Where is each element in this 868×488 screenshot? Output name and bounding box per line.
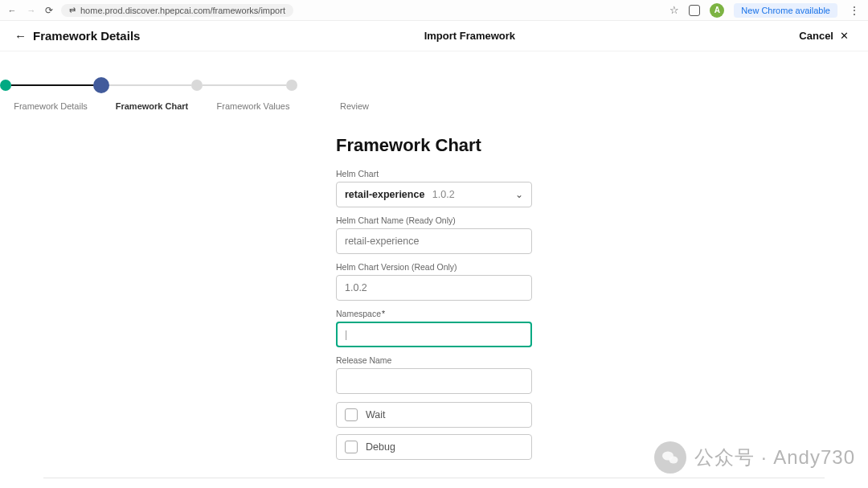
profile-avatar[interactable]: A	[710, 3, 724, 18]
helm-chart-label: Helm Chart	[336, 169, 532, 178]
step-label-3[interactable]: Framework Values	[203, 101, 304, 111]
wait-checkbox[interactable]	[345, 408, 358, 421]
browser-chrome: ← → ⟳ ⇄ home.prod.discover.hpepcai.com/f…	[0, 0, 868, 21]
helm-chart-selected-version: 1.0.2	[432, 189, 455, 200]
nav-forward-icon[interactable]: →	[26, 6, 37, 15]
step-label-4[interactable]: Review	[304, 101, 405, 111]
step-dot-4[interactable]	[286, 80, 297, 91]
step-connector-1	[11, 84, 95, 86]
helm-chart-name-input: retail-experience	[336, 228, 532, 254]
helm-chart-name-value: retail-experience	[345, 236, 419, 247]
helm-chart-selected-name: retail-experience	[345, 189, 424, 200]
cancel-button[interactable]: Cancel	[799, 30, 833, 42]
progress-stepper: Framework Details Framework Chart Framew…	[0, 79, 868, 111]
url-text: home.prod.discover.hpepcai.com/framework…	[80, 6, 285, 15]
nav-back-icon[interactable]: ←	[6, 6, 18, 15]
step-connector-2	[108, 84, 191, 86]
text-caret: |	[345, 329, 347, 340]
chrome-menu-icon[interactable]: ⋮	[847, 4, 862, 17]
step-dot-1[interactable]	[0, 80, 11, 91]
namespace-input[interactable]: |	[336, 322, 532, 347]
watermark-text: 公众号 · Andy730	[694, 445, 855, 470]
svg-point-0	[662, 452, 674, 461]
framework-chart-form: Framework Chart Helm Chart retail-experi…	[336, 135, 532, 460]
footer-divider	[43, 478, 825, 478]
debug-checkbox-label: Debug	[366, 441, 395, 453]
helm-chart-name-label: Helm Chart Name (Ready Only)	[336, 215, 532, 225]
wait-checkbox-row[interactable]: Wait	[336, 402, 532, 428]
chrome-update-button[interactable]: New Chrome available	[734, 3, 837, 18]
helm-chart-version-input: 1.0.2	[336, 275, 532, 301]
address-bar[interactable]: ⇄ home.prod.discover.hpepcai.com/framewo…	[61, 4, 293, 17]
step-label-2[interactable]: Framework Chart	[101, 101, 203, 111]
debug-checkbox-row[interactable]: Debug	[336, 434, 532, 460]
step-connector-3	[203, 84, 286, 86]
back-arrow-icon[interactable]: ←	[14, 29, 27, 43]
helm-chart-version-value: 1.0.2	[345, 282, 367, 293]
step-label-1[interactable]: Framework Details	[0, 101, 101, 111]
helm-chart-version-label: Helm Chart Version (Read Only)	[336, 262, 532, 272]
breadcrumb-title[interactable]: Framework Details	[33, 29, 140, 43]
release-name-input[interactable]	[336, 368, 532, 394]
form-title: Framework Chart	[336, 135, 532, 156]
page-header: ← Framework Details Import Framework Can…	[0, 21, 868, 51]
wait-checkbox-label: Wait	[366, 409, 386, 420]
namespace-label: Namespace	[336, 309, 532, 318]
release-name-label: Release Name	[336, 355, 532, 365]
debug-checkbox[interactable]	[345, 441, 358, 453]
step-dot-2[interactable]	[95, 79, 108, 92]
page-title: Import Framework	[424, 30, 515, 42]
helm-chart-select[interactable]: retail-experience 1.0.2 ⌄	[336, 182, 532, 207]
reload-icon[interactable]: ⟳	[45, 5, 53, 16]
chevron-down-icon: ⌄	[515, 189, 523, 200]
watermark: 公众号 · Andy730	[654, 441, 855, 474]
step-dot-3[interactable]	[191, 80, 203, 91]
close-icon[interactable]: ✕	[840, 30, 849, 42]
site-info-icon[interactable]: ⇄	[69, 6, 76, 14]
wechat-icon	[654, 441, 686, 474]
svg-point-1	[669, 457, 678, 464]
extensions-icon[interactable]	[689, 5, 700, 16]
bookmark-star-icon[interactable]: ☆	[669, 4, 679, 16]
